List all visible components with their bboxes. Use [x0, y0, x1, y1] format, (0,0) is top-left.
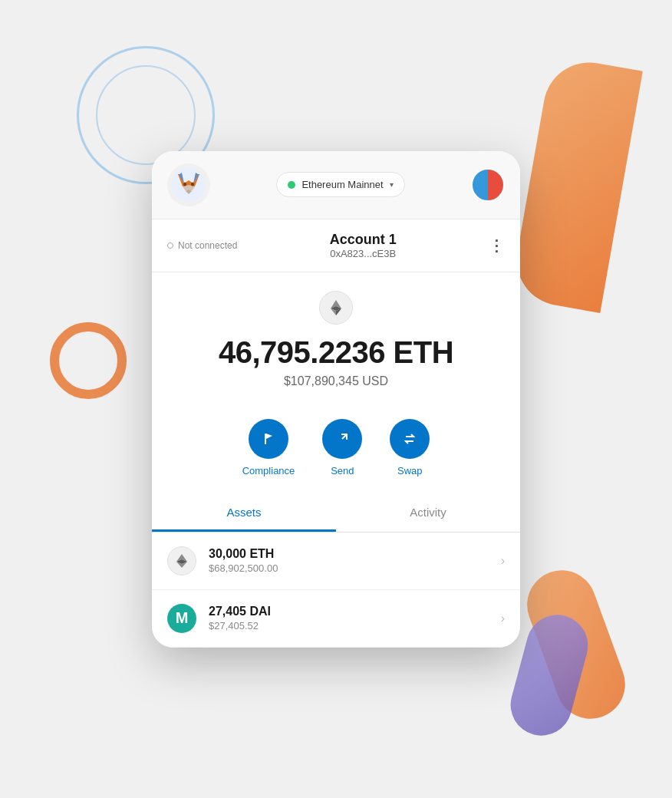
swap-icon-circle [390, 419, 430, 459]
wallet-popup: Ethereum Mainnet ▾ Not connected Account… [152, 151, 520, 648]
dai-asset-chevron-icon: › [501, 612, 505, 625]
account-name: Account 1 [330, 232, 397, 248]
eth-coin-icon [173, 552, 190, 569]
eth-asset-usd: $68,902,500.00 [209, 562, 501, 574]
balance-usd-amount: $107,890,345 USD [284, 374, 388, 388]
action-buttons-row: Compliance Send Swap [152, 404, 520, 495]
bg-decoration-orange-right [509, 55, 643, 313]
send-label: Send [331, 465, 354, 476]
send-icon [334, 430, 351, 447]
more-options-button[interactable]: ⋮ [489, 236, 505, 255]
tabs-row: Assets Activity [152, 495, 520, 533]
eth-asset-chevron-icon: › [501, 554, 505, 568]
tab-assets[interactable]: Assets [152, 495, 336, 532]
dai-logo-icon: M [176, 609, 189, 627]
balance-eth-amount: 46,795.2236 ETH [219, 335, 453, 370]
swap-label: Swap [397, 465, 423, 476]
connection-dot-icon [167, 242, 173, 249]
eth-asset-details: 30,000 ETH $68,902,500.00 [209, 547, 501, 574]
account-info: Account 1 0xA823...cE3B [330, 232, 397, 259]
bg-decoration-orange-left [50, 322, 127, 399]
network-name-label: Ethereum Mainnet [301, 179, 383, 190]
dai-asset-amount: 27,405 DAI [209, 605, 501, 618]
compliance-button[interactable]: Compliance [242, 419, 295, 476]
dai-asset-icon: M [167, 604, 196, 633]
eth-icon-circle [319, 291, 353, 325]
connection-status: Not connected [167, 240, 237, 251]
swap-button[interactable]: Swap [390, 419, 430, 476]
asset-item-dai[interactable]: M 27,405 DAI $27,405.52 › [152, 590, 520, 648]
tab-activity[interactable]: Activity [336, 495, 520, 532]
metamask-fox-icon [172, 168, 206, 202]
connection-status-label: Not connected [178, 240, 237, 251]
asset-item-eth[interactable]: 30,000 ETH $68,902,500.00 › [152, 533, 520, 590]
send-icon-circle [322, 419, 362, 459]
network-status-dot [288, 181, 295, 189]
bg-decoration-circle-blue-inner [96, 65, 196, 165]
svg-rect-14 [265, 434, 266, 444]
dai-asset-usd: $27,405.52 [209, 620, 501, 631]
account-address: 0xA823...cE3B [330, 248, 397, 259]
flag-icon [260, 430, 277, 447]
assets-list: 30,000 ETH $68,902,500.00 › M 27,405 DAI… [152, 533, 520, 648]
ethereum-logo-icon [327, 298, 345, 317]
eth-asset-icon [167, 546, 196, 575]
wallet-header: Ethereum Mainnet ▾ [152, 151, 520, 219]
swap-icon [401, 430, 418, 447]
send-button[interactable]: Send [322, 419, 362, 476]
compliance-label: Compliance [242, 465, 295, 476]
svg-marker-15 [266, 434, 272, 439]
account-avatar[interactable] [471, 168, 505, 202]
account-section: Not connected Account 1 0xA823...cE3B ⋮ [152, 219, 520, 272]
network-selector[interactable]: Ethereum Mainnet ▾ [276, 172, 404, 197]
compliance-icon-circle [249, 419, 288, 459]
metamask-logo[interactable] [167, 163, 210, 206]
balance-section: 46,795.2236 ETH $107,890,345 USD [152, 272, 520, 404]
network-chevron-icon: ▾ [390, 180, 394, 189]
eth-asset-amount: 30,000 ETH [209, 547, 501, 561]
dai-asset-details: 27,405 DAI $27,405.52 [209, 605, 501, 631]
